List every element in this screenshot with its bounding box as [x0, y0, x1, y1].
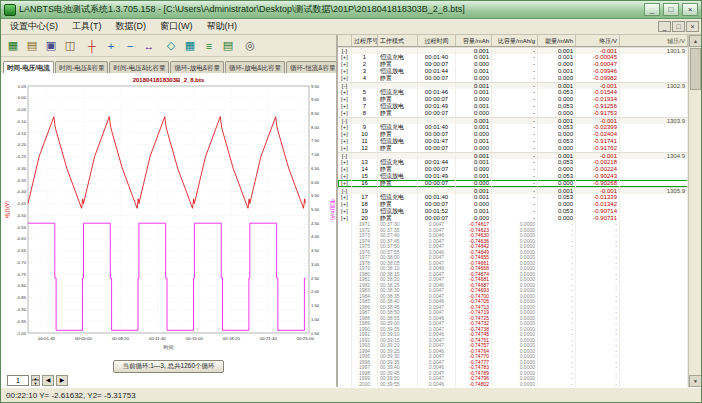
record-row[interactable]: 200000:39:550.0046-0.748020.0000--	[338, 382, 688, 388]
tab-5[interactable]: 循环-恒流&容量	[286, 61, 336, 73]
cycle-info-button[interactable]: 当前循环:1—3, 总共1260个循环	[113, 360, 223, 373]
vertical-scrollbar[interactable]: ▲ ▼	[688, 35, 701, 387]
table-row[interactable]: [+]18静置00:00:070.000-0.000-0.01342	[338, 201, 688, 208]
table-row[interactable]: [+]2静置00:00:070.000-0.000-0.00047	[338, 61, 688, 68]
table-row[interactable]: [+]9恒流充电00:01:400.001-0.053-0.02399	[338, 124, 688, 131]
cycle-summary-row[interactable]: [-]0.001-0.001-0.0011304.9	[338, 152, 688, 159]
cell: 过程时间	[418, 35, 456, 46]
cell: 2000	[352, 382, 378, 388]
cell: 0.001	[456, 138, 492, 145]
svg-text:-0.25: -0.25	[16, 154, 26, 159]
table-row[interactable]: [+]7恒流放电00:01:490.001-0.053-0.91256	[338, 103, 688, 110]
cell: -	[492, 201, 538, 208]
table-row[interactable]: [+]3恒流放电00:01:440.001-0.001-0.09946	[338, 68, 688, 75]
table-row[interactable]: [+]14静置00:00:070.000-0.000-0.00224	[338, 166, 688, 173]
copy-icon[interactable]: ◫	[61, 37, 79, 55]
table-row[interactable]: [+]12静置00:00:070.000-0.000-0.91762	[338, 145, 688, 152]
data-table-icon[interactable]: ≡	[200, 37, 218, 55]
cell: 0.001	[456, 68, 492, 75]
mdi-close-button[interactable]: ×	[686, 21, 699, 32]
cell	[620, 201, 688, 208]
cell: 0.001	[538, 68, 576, 75]
cell: 0.000	[538, 75, 576, 82]
prev-page-button[interactable]: ◀	[42, 375, 54, 386]
cell: 恒流放电	[378, 173, 418, 180]
menu-item-3[interactable]: 窗口(W)	[153, 19, 200, 34]
next-page-button[interactable]: ▶	[56, 375, 68, 386]
chart-canvas[interactable]: 0.050.00-0.05-0.10-0.15-0.20-0.25-0.30-0…	[2, 73, 335, 357]
svg-text:00:08:20: 00:08:20	[112, 336, 130, 341]
cell: 15	[352, 173, 378, 180]
menu-item-2[interactable]: 数据(D)	[109, 19, 154, 34]
table-row[interactable]: [+]16静置00:00:070.000-0.000-0.90268	[338, 180, 688, 187]
cell: 00:00:07	[418, 131, 456, 138]
cell: 00:01:52	[418, 208, 456, 215]
table-header-row[interactable]: 过程序号工作模式过程时间容量/mAh比容量/mAh/g能量/mWh终压/V辅压/…	[338, 35, 688, 47]
cell: 0.000	[538, 61, 576, 68]
cell: -0.01339	[576, 194, 620, 201]
zoom-in-icon[interactable]: +	[102, 37, 120, 55]
cell: 0.001	[456, 159, 492, 166]
cell: 0.000	[456, 145, 492, 152]
scrollbar-thumb[interactable]	[690, 48, 701, 90]
cell: 容量/mAh	[456, 35, 492, 46]
mdi-minimize-button[interactable]: _	[658, 21, 671, 32]
scroll-down-icon[interactable]: ▼	[689, 375, 701, 387]
cell	[620, 159, 688, 166]
tab-2[interactable]: 时间-电压&比容量	[109, 61, 169, 73]
cursor-cross-icon[interactable]: ┼	[83, 37, 101, 55]
svg-text:2.00: 2.00	[311, 289, 320, 294]
table-row[interactable]: [+]13恒流充电00:01:440.001-0.053-0.00218	[338, 159, 688, 166]
cycle-summary-row[interactable]: [-]0.001-0.001-0.0011305.9	[338, 187, 688, 194]
table-row[interactable]: [+]17恒流充电00:01:400.001-0.053-0.01339	[338, 194, 688, 201]
table-row[interactable]: [+]4静置00:00:070.000-0.000-0.09982	[338, 75, 688, 82]
tab-1[interactable]: 时间-电压&容量	[55, 61, 109, 73]
pan-icon[interactable]: ↔	[140, 37, 158, 55]
close-button[interactable]: ×	[682, 3, 698, 16]
svg-text:-0.35: -0.35	[16, 178, 26, 183]
table-row[interactable]: [+]15恒流放电00:01:490.001-0.053-0.90243	[338, 173, 688, 180]
table-row[interactable]: [+]6静置00:00:070.000-0.000-0.01934	[338, 96, 688, 103]
cycle-summary-row[interactable]: [-]0.001-0.001-0.0011302.9	[338, 82, 688, 89]
maximize-button[interactable]: □	[663, 3, 679, 16]
cell: [+]	[338, 75, 352, 82]
full-scale-icon[interactable]: ◇	[162, 37, 180, 55]
save-icon[interactable]: ▦	[4, 37, 22, 55]
export-icon[interactable]: ▤	[23, 37, 41, 55]
menu-item-0[interactable]: 设置中心(S)	[3, 19, 65, 34]
tab-4[interactable]: 循环-放电&比容量	[225, 61, 285, 73]
process-table-panel: 过程序号工作模式过程时间容量/mAh比容量/mAh/g能量/mWh终压/V辅压/…	[338, 35, 701, 387]
toolbar: ▦▤▣◫┼+−↔◇▦≡▤◎	[1, 35, 336, 57]
cell: -	[492, 166, 538, 173]
zoom-out-icon[interactable]: −	[121, 37, 139, 55]
cell: 0.000	[538, 131, 576, 138]
menu-item-1[interactable]: 工具(T)	[65, 19, 109, 34]
cycle-summary-row[interactable]: [-]0.001-0.001-0.0011301.9	[338, 47, 688, 54]
table-row[interactable]: [+]1恒流充电00:01:400.001-0.001-0.00045	[338, 54, 688, 61]
svg-text:2.50: 2.50	[311, 276, 320, 281]
cell: 0.053	[538, 194, 576, 201]
table-row[interactable]: [+]11恒流放电00:01:470.001-0.053-0.91741	[338, 138, 688, 145]
table-row[interactable]: [+]10静置00:00:070.000-0.000-0.02404	[338, 131, 688, 138]
report-icon[interactable]: ▤	[219, 37, 237, 55]
cell: 0.053	[538, 124, 576, 131]
print-icon[interactable]: ▣	[42, 37, 60, 55]
cell: 00:01:46	[418, 89, 456, 96]
settings-icon[interactable]: ◎	[241, 37, 259, 55]
table-row[interactable]: [+]19恒流放电00:01:520.001-0.053-0.90714	[338, 208, 688, 215]
page-number-input[interactable]	[7, 375, 29, 386]
grid-icon[interactable]: ▦	[181, 37, 199, 55]
scroll-up-icon[interactable]: ▲	[689, 35, 701, 47]
svg-text:1.00: 1.00	[311, 317, 320, 322]
cycle-summary-row[interactable]: [-]0.001-0.001-0.0011303.9	[338, 117, 688, 124]
tab-3[interactable]: 循环-放电&容量	[170, 61, 224, 73]
menu-item-4[interactable]: 帮助(H)	[200, 19, 245, 34]
tab-0[interactable]: 时间-电压/电流	[3, 61, 54, 73]
table-row[interactable]: [+]5恒流充电00:01:460.001-0.053-0.01544	[338, 89, 688, 96]
mdi-restore-button[interactable]: □	[672, 21, 685, 32]
svg-text:00:18:20: 00:18:20	[223, 336, 241, 341]
spin-down-icon[interactable]: ▼	[31, 380, 40, 386]
minimize-button[interactable]: _	[644, 3, 660, 16]
table-row[interactable]: [+]8静置00:00:070.000-0.000-0.91753	[338, 110, 688, 117]
table-row[interactable]: [+]20静置00:00:070.000-0.000-0.90731	[338, 215, 688, 222]
